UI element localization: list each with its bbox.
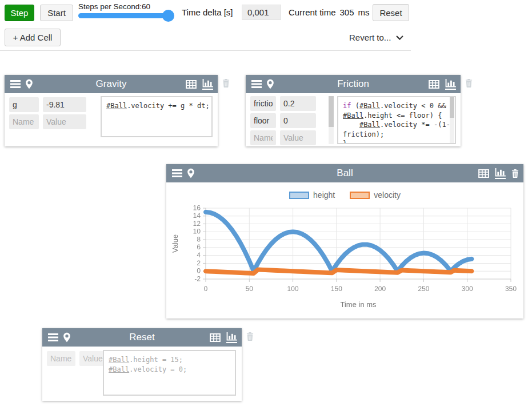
time-delta-input[interactable] <box>242 5 281 20</box>
cell-friction: Friction if (#Ball.velocity < 0 &&#Ball.… <box>246 75 461 146</box>
legend-swatch <box>289 192 309 199</box>
current-time-value: 305 <box>340 7 354 17</box>
delete-cell-icon[interactable] <box>465 79 473 87</box>
revert-to-label: Revert to... <box>349 33 391 42</box>
reset-code-editor[interactable]: #Ball.height = 15;#Ball.velocity = 0; <box>103 350 236 396</box>
param-name-input[interactable] <box>9 114 39 129</box>
legend-item-velocity[interactable]: velocity <box>350 190 401 200</box>
friction-params <box>250 96 316 148</box>
current-time: Current time 305 ms <box>289 7 370 17</box>
legend-label: height <box>313 190 335 200</box>
steps-per-second-slider-thumb[interactable] <box>162 10 174 22</box>
delete-cell-icon[interactable] <box>511 169 519 178</box>
table-view-icon[interactable] <box>186 80 197 89</box>
code-line: #Ball.velocity += g * dt; <box>106 101 207 111</box>
param-value-input[interactable] <box>43 114 86 129</box>
chart-view-icon[interactable] <box>495 168 506 179</box>
table-view-icon[interactable] <box>478 169 489 178</box>
time-delta-label: Time delta [s] <box>182 7 233 17</box>
delete-cell-icon[interactable] <box>222 79 230 87</box>
legend-swatch <box>350 192 370 199</box>
legend-label: velocity <box>374 190 401 200</box>
code-line: } <box>343 139 450 144</box>
param-value-input[interactable] <box>43 97 86 112</box>
step-button[interactable]: Step <box>5 5 34 21</box>
revert-to-dropdown[interactable]: Revert to... <box>349 33 403 42</box>
cell-gravity: Gravity #Ball.velocity += g * dt; <box>5 75 218 146</box>
param-value-input[interactable] <box>280 113 316 128</box>
param-name-input[interactable] <box>47 351 75 366</box>
param-value-input[interactable] <box>280 96 316 111</box>
param-name-input[interactable] <box>250 130 276 145</box>
toolbar-divider <box>0 50 411 51</box>
code-line: friction); <box>343 130 450 140</box>
steps-per-second-label: Steps per Second:60 <box>78 2 150 11</box>
chart-legend: heightvelocity <box>166 190 523 200</box>
ball-chart-canvas <box>166 200 523 317</box>
param-name-input[interactable] <box>250 113 276 128</box>
code-line: #Ball.height <= floor) { <box>343 111 450 121</box>
steps-per-second-slider[interactable] <box>78 13 174 18</box>
gravity-params <box>9 97 86 132</box>
param-name-input[interactable] <box>250 96 276 111</box>
chevron-down-icon <box>396 35 403 40</box>
chart-view-icon[interactable] <box>445 79 456 90</box>
current-time-unit: ms <box>358 7 370 17</box>
code-line: if (#Ball.velocity < 0 && <box>343 101 450 111</box>
current-time-label: Current time <box>289 7 336 17</box>
friction-code-editor[interactable]: if (#Ball.velocity < 0 &&#Ball.height <=… <box>337 96 456 144</box>
add-cell-button[interactable]: + Add Cell <box>5 29 61 46</box>
cell-reset: Reset #Ball.height = 15;#Ball.velocity =… <box>42 328 242 401</box>
cell-ball: Ball heightvelocity <box>166 164 523 319</box>
gravity-code-editor[interactable]: #Ball.velocity += g * dt; <box>101 96 213 137</box>
param-name-input[interactable] <box>9 97 39 112</box>
reset-time-button[interactable]: Reset <box>373 4 409 21</box>
code-line: #Ball.velocity *= -(1- <box>343 120 450 130</box>
app-root: Step Start Steps per Second:60 Time delt… <box>0 0 532 406</box>
delete-cell-icon[interactable] <box>246 332 254 341</box>
table-view-icon[interactable] <box>210 333 221 342</box>
code-scrollbar[interactable] <box>450 97 454 143</box>
table-view-icon[interactable] <box>429 80 439 89</box>
start-button[interactable]: Start <box>40 5 73 21</box>
cell-title: Ball <box>166 164 523 182</box>
params-scrollbar[interactable] <box>329 96 334 144</box>
chart-view-icon[interactable] <box>226 332 237 343</box>
param-value-input[interactable] <box>280 130 316 145</box>
chart-view-icon[interactable] <box>202 79 213 90</box>
code-line: #Ball.velocity = 0; <box>109 365 230 375</box>
legend-item-height[interactable]: height <box>289 190 335 200</box>
code-line: #Ball.height = 15; <box>109 355 230 365</box>
